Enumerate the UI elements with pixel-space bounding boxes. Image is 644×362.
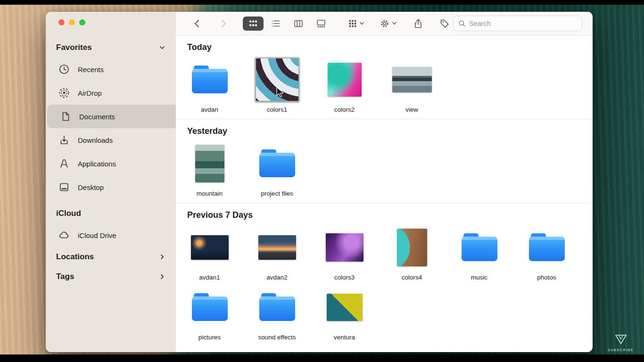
sidebar-item-icloud-drive[interactable]: iCloud Drive xyxy=(46,223,176,247)
image-thumbnail xyxy=(328,63,362,97)
selection-highlight xyxy=(255,57,300,102)
sidebar-item-applications[interactable]: Applications xyxy=(46,152,176,175)
image-thumbnail xyxy=(258,235,296,260)
chevron-down-icon xyxy=(159,44,165,51)
sidebar-item-label: AirDrop xyxy=(78,89,102,97)
file-label: avdan1 xyxy=(199,274,220,281)
search-input[interactable] xyxy=(469,20,577,27)
zoom-button[interactable] xyxy=(79,19,85,25)
file-label: colors1 xyxy=(267,106,288,113)
document-icon xyxy=(60,111,71,122)
sidebar-item-airdrop[interactable]: AirDrop xyxy=(46,81,176,105)
applications-icon xyxy=(58,158,70,169)
search-icon xyxy=(458,20,466,27)
file-label: sound effects xyxy=(258,334,296,341)
share-button[interactable] xyxy=(411,16,426,31)
gallery-view-icon xyxy=(316,19,326,28)
view-switcher xyxy=(243,16,331,31)
file-label: avdan xyxy=(201,106,218,113)
file-item-music[interactable]: music xyxy=(446,223,513,281)
sidebar-section-tags[interactable]: Tags xyxy=(46,267,176,287)
group-icon xyxy=(348,19,357,28)
file-item-pictures[interactable]: pictures xyxy=(176,283,243,341)
section-title: Yesterday xyxy=(187,126,593,136)
back-button[interactable] xyxy=(190,16,204,31)
section-previous-7-days: Previous 7 Days avdan1 avdan2 colors3 xyxy=(176,210,593,346)
favorites-label: Favorites xyxy=(56,43,92,52)
actions-button[interactable] xyxy=(377,16,399,31)
file-label: pictures xyxy=(198,334,221,341)
icloud-label: iCloud xyxy=(56,209,81,218)
file-label: colors3 xyxy=(334,274,355,281)
file-item-colors3[interactable]: colors3 xyxy=(311,223,378,281)
file-item-mountain[interactable]: mountain xyxy=(176,139,243,197)
close-button[interactable] xyxy=(58,19,65,25)
chevron-right-icon xyxy=(219,18,228,29)
sidebar-item-recents[interactable]: Recents xyxy=(46,58,176,81)
file-label: colors4 xyxy=(402,274,422,281)
subscribe-label: SUBSCRIBE xyxy=(608,348,634,352)
letterbox-bottom xyxy=(0,354,644,362)
clock-icon xyxy=(58,64,70,75)
traffic-lights xyxy=(46,19,176,25)
file-item-ventura[interactable]: ventura xyxy=(311,283,378,341)
minimize-button[interactable] xyxy=(69,19,75,25)
folder-icon xyxy=(529,233,565,262)
list-view-button[interactable] xyxy=(265,16,286,31)
file-label: project files xyxy=(261,190,293,197)
main-pane: Today avdan colors1 colors2 xyxy=(176,12,593,352)
sidebar-section-favorites[interactable]: Favorites xyxy=(46,38,176,58)
cloud-icon xyxy=(58,230,70,241)
file-item-avdan2[interactable]: avdan2 xyxy=(243,223,311,281)
file-item-photos[interactable]: photos xyxy=(513,223,580,281)
gear-icon xyxy=(380,18,390,29)
sidebar-section-icloud[interactable]: iCloud xyxy=(46,204,176,223)
folder-icon xyxy=(259,149,295,178)
letterbox-top xyxy=(0,0,644,5)
forward-button[interactable] xyxy=(216,16,231,31)
sidebar-item-downloads[interactable]: Downloads xyxy=(46,128,176,152)
image-thumbnail xyxy=(326,233,363,262)
subscribe-watermark: SUBSCRIBE xyxy=(608,334,634,352)
section-title: Today xyxy=(187,42,593,52)
file-item-view[interactable]: view xyxy=(378,55,446,113)
airdrop-icon xyxy=(58,87,70,99)
icon-view-button[interactable] xyxy=(243,16,264,31)
file-item-colors1[interactable]: colors1 xyxy=(243,55,311,113)
file-item-project-files[interactable]: project files xyxy=(243,139,311,197)
sidebar-item-desktop[interactable]: Desktop xyxy=(46,175,176,199)
file-label: photos xyxy=(537,274,556,281)
search-field[interactable] xyxy=(453,16,582,31)
file-item-colors4[interactable]: colors4 xyxy=(378,223,446,281)
grid-view-icon xyxy=(248,19,258,28)
column-view-button[interactable] xyxy=(288,16,309,31)
tags-button[interactable] xyxy=(437,16,452,31)
sidebar-section-locations[interactable]: Locations xyxy=(46,247,176,267)
sidebar-item-label: Desktop xyxy=(78,183,104,191)
file-label: avdan2 xyxy=(266,274,287,281)
toolbar xyxy=(176,12,593,35)
file-item-colors2[interactable]: colors2 xyxy=(311,55,378,113)
chevron-right-icon xyxy=(159,273,165,280)
file-label: view xyxy=(405,106,418,113)
image-thumbnail xyxy=(392,67,432,92)
file-label: music xyxy=(471,274,487,281)
file-item-avdan1[interactable]: avdan1 xyxy=(176,223,243,281)
group-by-button[interactable] xyxy=(346,16,367,31)
file-item-avdan[interactable]: avdan xyxy=(176,55,243,113)
locations-label: Locations xyxy=(56,252,94,262)
chevron-down-icon xyxy=(359,21,364,26)
desktop: SUBSCRIBE Favorites Recents AirDrop xyxy=(0,0,644,362)
folder-icon xyxy=(192,293,228,321)
folder-icon xyxy=(462,233,497,262)
sidebar-item-label: Applications xyxy=(78,160,116,168)
sidebar: Favorites Recents AirDrop Documents Down… xyxy=(46,12,176,352)
section-today: Today avdan colors1 colors2 xyxy=(176,42,593,119)
download-icon xyxy=(58,134,70,146)
file-item-sound-effects[interactable]: sound effects xyxy=(243,283,311,341)
image-thumbnail xyxy=(256,58,298,101)
sidebar-item-label: Documents xyxy=(79,113,115,121)
finder-window: Favorites Recents AirDrop Documents Down… xyxy=(46,12,593,352)
gallery-view-button[interactable] xyxy=(311,16,331,31)
sidebar-item-documents[interactable]: Documents xyxy=(47,105,176,128)
